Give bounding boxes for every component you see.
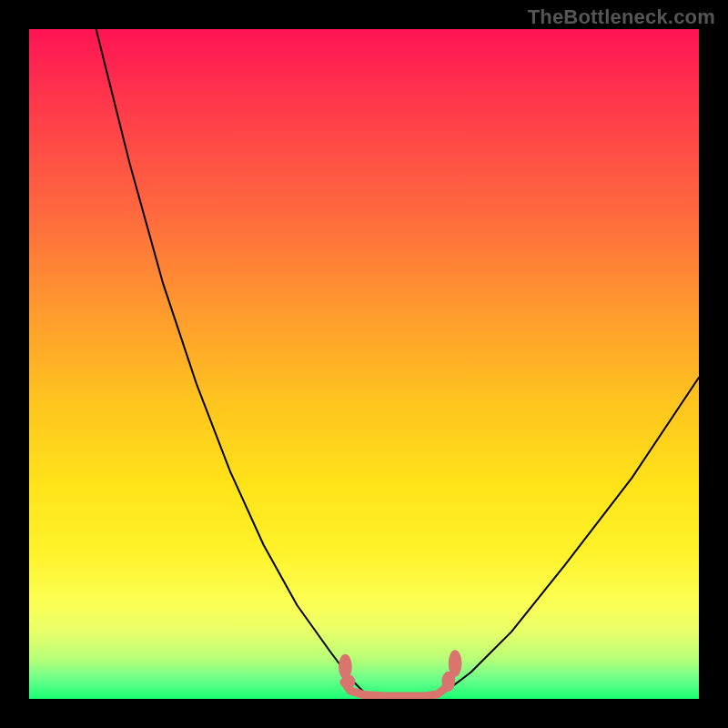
plot-area [29, 29, 699, 699]
marker-right-dot-2 [449, 650, 462, 676]
marker-left-dot-2 [343, 675, 355, 689]
plot-overlay [29, 29, 699, 699]
watermark-text: TheBottleneck.com [528, 5, 715, 29]
chart-frame: TheBottleneck.com [0, 0, 728, 728]
series-right-curve [444, 378, 699, 693]
series-left-curve [96, 29, 364, 693]
